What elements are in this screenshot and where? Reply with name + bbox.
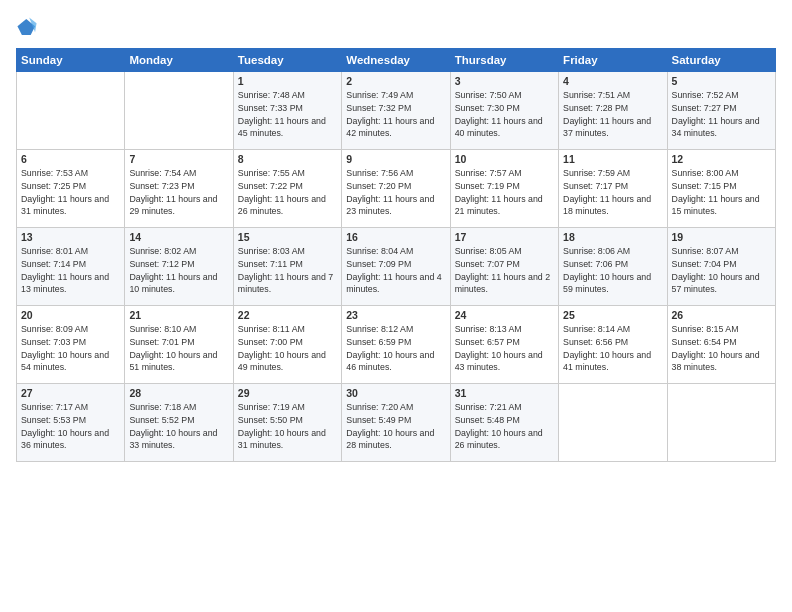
calendar-cell: 10Sunrise: 7:57 AMSunset: 7:19 PMDayligh… [450, 150, 558, 228]
calendar-cell: 8Sunrise: 7:55 AMSunset: 7:22 PMDaylight… [233, 150, 341, 228]
day-number: 3 [455, 75, 554, 87]
day-number: 30 [346, 387, 445, 399]
calendar-cell: 25Sunrise: 8:14 AMSunset: 6:56 PMDayligh… [559, 306, 667, 384]
weekday-header: Wednesday [342, 49, 450, 72]
day-info: Sunrise: 8:02 AMSunset: 7:12 PMDaylight:… [129, 245, 228, 296]
day-info: Sunrise: 8:13 AMSunset: 6:57 PMDaylight:… [455, 323, 554, 374]
day-number: 5 [672, 75, 771, 87]
calendar-cell: 28Sunrise: 7:18 AMSunset: 5:52 PMDayligh… [125, 384, 233, 462]
day-number: 29 [238, 387, 337, 399]
page: SundayMondayTuesdayWednesdayThursdayFrid… [0, 0, 792, 612]
day-number: 25 [563, 309, 662, 321]
calendar-cell: 7Sunrise: 7:54 AMSunset: 7:23 PMDaylight… [125, 150, 233, 228]
day-info: Sunrise: 8:04 AMSunset: 7:09 PMDaylight:… [346, 245, 445, 296]
calendar-cell: 14Sunrise: 8:02 AMSunset: 7:12 PMDayligh… [125, 228, 233, 306]
day-info: Sunrise: 7:55 AMSunset: 7:22 PMDaylight:… [238, 167, 337, 218]
day-number: 12 [672, 153, 771, 165]
day-info: Sunrise: 8:12 AMSunset: 6:59 PMDaylight:… [346, 323, 445, 374]
calendar-cell [559, 384, 667, 462]
calendar-cell: 5Sunrise: 7:52 AMSunset: 7:27 PMDaylight… [667, 72, 775, 150]
day-info: Sunrise: 7:21 AMSunset: 5:48 PMDaylight:… [455, 401, 554, 452]
day-number: 2 [346, 75, 445, 87]
day-info: Sunrise: 8:15 AMSunset: 6:54 PMDaylight:… [672, 323, 771, 374]
day-info: Sunrise: 8:05 AMSunset: 7:07 PMDaylight:… [455, 245, 554, 296]
day-info: Sunrise: 7:51 AMSunset: 7:28 PMDaylight:… [563, 89, 662, 140]
day-number: 18 [563, 231, 662, 243]
day-info: Sunrise: 7:54 AMSunset: 7:23 PMDaylight:… [129, 167, 228, 218]
calendar-cell: 24Sunrise: 8:13 AMSunset: 6:57 PMDayligh… [450, 306, 558, 384]
weekday-header: Sunday [17, 49, 125, 72]
day-info: Sunrise: 8:10 AMSunset: 7:01 PMDaylight:… [129, 323, 228, 374]
calendar-cell: 4Sunrise: 7:51 AMSunset: 7:28 PMDaylight… [559, 72, 667, 150]
calendar-cell: 21Sunrise: 8:10 AMSunset: 7:01 PMDayligh… [125, 306, 233, 384]
day-number: 10 [455, 153, 554, 165]
day-number: 23 [346, 309, 445, 321]
calendar-week-row: 20Sunrise: 8:09 AMSunset: 7:03 PMDayligh… [17, 306, 776, 384]
calendar-cell: 13Sunrise: 8:01 AMSunset: 7:14 PMDayligh… [17, 228, 125, 306]
calendar-cell: 19Sunrise: 8:07 AMSunset: 7:04 PMDayligh… [667, 228, 775, 306]
calendar-cell: 17Sunrise: 8:05 AMSunset: 7:07 PMDayligh… [450, 228, 558, 306]
calendar-cell: 1Sunrise: 7:48 AMSunset: 7:33 PMDaylight… [233, 72, 341, 150]
day-number: 22 [238, 309, 337, 321]
day-info: Sunrise: 7:20 AMSunset: 5:49 PMDaylight:… [346, 401, 445, 452]
day-info: Sunrise: 8:11 AMSunset: 7:00 PMDaylight:… [238, 323, 337, 374]
day-number: 16 [346, 231, 445, 243]
weekday-header-row: SundayMondayTuesdayWednesdayThursdayFrid… [17, 49, 776, 72]
day-number: 17 [455, 231, 554, 243]
calendar-cell: 3Sunrise: 7:50 AMSunset: 7:30 PMDaylight… [450, 72, 558, 150]
logo [16, 16, 42, 38]
calendar-cell: 12Sunrise: 8:00 AMSunset: 7:15 PMDayligh… [667, 150, 775, 228]
calendar-cell: 27Sunrise: 7:17 AMSunset: 5:53 PMDayligh… [17, 384, 125, 462]
calendar-cell: 11Sunrise: 7:59 AMSunset: 7:17 PMDayligh… [559, 150, 667, 228]
day-number: 6 [21, 153, 120, 165]
day-number: 9 [346, 153, 445, 165]
day-number: 31 [455, 387, 554, 399]
calendar-table: SundayMondayTuesdayWednesdayThursdayFrid… [16, 48, 776, 462]
header [16, 16, 776, 38]
day-number: 13 [21, 231, 120, 243]
day-info: Sunrise: 8:01 AMSunset: 7:14 PMDaylight:… [21, 245, 120, 296]
calendar-cell: 16Sunrise: 8:04 AMSunset: 7:09 PMDayligh… [342, 228, 450, 306]
calendar-cell: 20Sunrise: 8:09 AMSunset: 7:03 PMDayligh… [17, 306, 125, 384]
day-number: 14 [129, 231, 228, 243]
calendar-week-row: 6Sunrise: 7:53 AMSunset: 7:25 PMDaylight… [17, 150, 776, 228]
calendar-cell: 18Sunrise: 8:06 AMSunset: 7:06 PMDayligh… [559, 228, 667, 306]
day-info: Sunrise: 7:19 AMSunset: 5:50 PMDaylight:… [238, 401, 337, 452]
day-number: 27 [21, 387, 120, 399]
calendar-week-row: 1Sunrise: 7:48 AMSunset: 7:33 PMDaylight… [17, 72, 776, 150]
calendar-cell: 9Sunrise: 7:56 AMSunset: 7:20 PMDaylight… [342, 150, 450, 228]
calendar-cell: 22Sunrise: 8:11 AMSunset: 7:00 PMDayligh… [233, 306, 341, 384]
calendar-cell [17, 72, 125, 150]
day-number: 20 [21, 309, 120, 321]
day-number: 19 [672, 231, 771, 243]
day-number: 21 [129, 309, 228, 321]
calendar-week-row: 13Sunrise: 8:01 AMSunset: 7:14 PMDayligh… [17, 228, 776, 306]
calendar-cell: 26Sunrise: 8:15 AMSunset: 6:54 PMDayligh… [667, 306, 775, 384]
day-number: 26 [672, 309, 771, 321]
calendar-cell: 6Sunrise: 7:53 AMSunset: 7:25 PMDaylight… [17, 150, 125, 228]
day-info: Sunrise: 7:56 AMSunset: 7:20 PMDaylight:… [346, 167, 445, 218]
weekday-header: Saturday [667, 49, 775, 72]
day-number: 24 [455, 309, 554, 321]
day-number: 15 [238, 231, 337, 243]
weekday-header: Friday [559, 49, 667, 72]
day-info: Sunrise: 8:07 AMSunset: 7:04 PMDaylight:… [672, 245, 771, 296]
day-info: Sunrise: 7:18 AMSunset: 5:52 PMDaylight:… [129, 401, 228, 452]
day-info: Sunrise: 7:59 AMSunset: 7:17 PMDaylight:… [563, 167, 662, 218]
day-info: Sunrise: 8:09 AMSunset: 7:03 PMDaylight:… [21, 323, 120, 374]
day-info: Sunrise: 7:57 AMSunset: 7:19 PMDaylight:… [455, 167, 554, 218]
day-info: Sunrise: 7:53 AMSunset: 7:25 PMDaylight:… [21, 167, 120, 218]
logo-icon [16, 16, 38, 38]
day-number: 11 [563, 153, 662, 165]
weekday-header: Thursday [450, 49, 558, 72]
day-number: 4 [563, 75, 662, 87]
calendar-cell [125, 72, 233, 150]
calendar-cell: 15Sunrise: 8:03 AMSunset: 7:11 PMDayligh… [233, 228, 341, 306]
calendar-cell: 31Sunrise: 7:21 AMSunset: 5:48 PMDayligh… [450, 384, 558, 462]
calendar-cell: 23Sunrise: 8:12 AMSunset: 6:59 PMDayligh… [342, 306, 450, 384]
calendar-week-row: 27Sunrise: 7:17 AMSunset: 5:53 PMDayligh… [17, 384, 776, 462]
weekday-header: Monday [125, 49, 233, 72]
day-info: Sunrise: 8:00 AMSunset: 7:15 PMDaylight:… [672, 167, 771, 218]
day-info: Sunrise: 7:49 AMSunset: 7:32 PMDaylight:… [346, 89, 445, 140]
calendar-cell [667, 384, 775, 462]
